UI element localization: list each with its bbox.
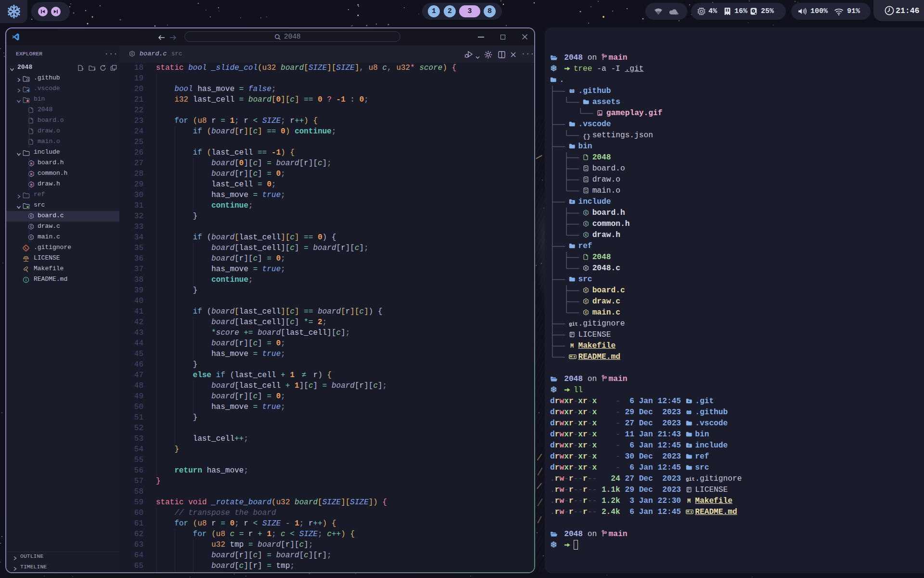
svg-text:C: C	[585, 266, 587, 270]
svg-text:C: C	[30, 214, 32, 218]
svg-text:M: M	[570, 343, 574, 349]
svg-text:H: H	[30, 172, 33, 176]
svg-text:git: git	[686, 476, 695, 482]
svg-text:C: C	[585, 300, 587, 303]
svg-text:C: C	[585, 289, 587, 292]
svg-text:(): ()	[26, 206, 29, 209]
svg-text:C: C	[585, 211, 587, 215]
svg-text:C: C	[585, 222, 587, 226]
svg-text:10: 10	[585, 180, 588, 182]
svg-text:10: 10	[585, 191, 588, 193]
svg-text:H: H	[30, 162, 33, 166]
svg-text:C: C	[585, 233, 587, 237]
svg-text:M: M	[687, 498, 691, 504]
svg-text:10: 10	[585, 169, 588, 171]
svg-text:C: C	[30, 225, 32, 229]
svg-text:C: C	[585, 311, 587, 315]
svg-text:H: H	[30, 183, 33, 187]
svg-text:git: git	[569, 321, 578, 327]
svg-text:C: C	[131, 52, 133, 56]
svg-text:C: C	[30, 236, 32, 239]
